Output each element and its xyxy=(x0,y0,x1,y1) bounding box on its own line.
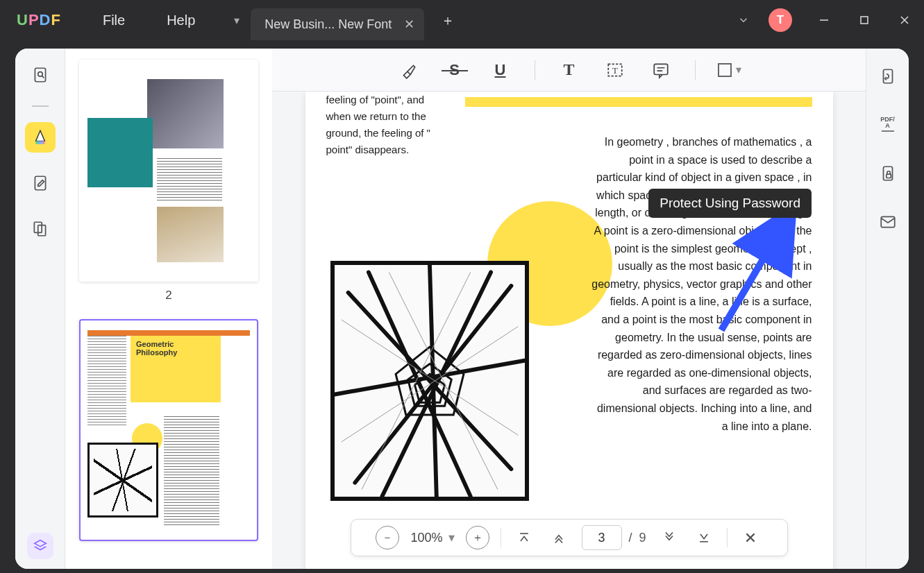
next-page-button[interactable] xyxy=(657,526,681,549)
share-button[interactable] xyxy=(873,207,903,237)
svg-rect-36 xyxy=(883,69,892,83)
separator xyxy=(501,528,501,547)
titlebar: UPDF File Help ▾ New Busin... New Font ✕… xyxy=(0,0,924,40)
right-rail: PDF/A xyxy=(866,49,909,569)
thumbnail-label: 2 xyxy=(79,289,258,302)
close-window-button[interactable] xyxy=(889,5,920,35)
tab-list-dropdown[interactable]: ▾ xyxy=(223,0,251,40)
svg-rect-4 xyxy=(35,68,45,82)
left-rail xyxy=(15,49,65,569)
page-tool[interactable] xyxy=(25,214,56,244)
layers-button[interactable] xyxy=(27,533,53,559)
svg-rect-7 xyxy=(35,141,44,144)
svg-line-6 xyxy=(42,76,44,78)
page-separator: / xyxy=(629,531,632,545)
new-tab-button[interactable]: ＋ xyxy=(434,11,462,30)
close-tab-button[interactable]: ✕ xyxy=(404,17,414,32)
first-page-button[interactable] xyxy=(512,526,536,549)
page-thumbnail-3[interactable]: Geometric Philosophy xyxy=(79,319,258,541)
strikethrough-icon[interactable]: S xyxy=(443,58,467,82)
svg-rect-40 xyxy=(881,216,895,227)
app-logo: UPDF xyxy=(17,11,61,29)
zoom-level[interactable]: 100%▾ xyxy=(410,530,454,545)
protect-tooltip: Protect Using Password xyxy=(648,189,812,218)
svg-marker-11 xyxy=(34,540,46,547)
edit-tool[interactable] xyxy=(25,168,56,198)
pdfa-button[interactable]: PDF/A xyxy=(873,110,903,140)
underline-icon[interactable]: U xyxy=(489,58,512,82)
comment-tool[interactable] xyxy=(25,122,56,153)
main-shell: 2 Geometric Philosophy S U T T xyxy=(15,49,909,569)
minimize-button[interactable] xyxy=(809,5,839,35)
close-pagebar-button[interactable] xyxy=(739,526,762,549)
annotation-toolbar: S U T T ▾ xyxy=(272,49,866,92)
separator xyxy=(727,528,728,547)
highlighter-icon[interactable] xyxy=(397,58,421,82)
divider xyxy=(32,105,49,107)
document-area: S U T T ▾ feeling of "point", and when w… xyxy=(272,49,866,569)
sticky-note-icon[interactable] xyxy=(649,58,673,82)
svg-line-26 xyxy=(341,320,517,435)
square-icon xyxy=(718,63,732,77)
document-tab[interactable]: New Busin... New Font ✕ xyxy=(251,8,424,40)
account-dropdown[interactable] xyxy=(728,5,759,35)
zoom-in-button[interactable]: ＋ xyxy=(466,526,489,549)
svg-line-35 xyxy=(721,219,787,330)
total-pages: 9 xyxy=(639,531,646,545)
left-paragraph: feeling of "point", and when we return t… xyxy=(326,92,451,158)
svg-rect-1 xyxy=(861,17,868,24)
shape-picker[interactable]: ▾ xyxy=(718,63,741,77)
svg-line-27 xyxy=(341,327,517,442)
annotation-arrow xyxy=(714,212,798,337)
maximize-button[interactable] xyxy=(849,5,880,35)
yellow-highlight-bar xyxy=(465,97,812,107)
current-page-input[interactable]: 3 xyxy=(582,525,622,550)
svg-rect-14 xyxy=(654,64,668,74)
separator xyxy=(535,60,535,80)
prev-page-button[interactable] xyxy=(547,526,571,549)
page-control-bar: － 100%▾ ＋ 3 / 9 xyxy=(351,519,788,556)
convert-button[interactable] xyxy=(873,61,903,92)
svg-text:T: T xyxy=(612,65,618,76)
geometric-image xyxy=(330,261,529,501)
separator xyxy=(695,60,696,80)
text-icon[interactable]: T xyxy=(557,58,581,82)
reader-tool[interactable] xyxy=(25,60,56,90)
menu-help[interactable]: Help xyxy=(167,12,195,28)
svg-rect-39 xyxy=(886,174,891,178)
tab-title: New Busin... New Font xyxy=(264,17,392,32)
last-page-button[interactable] xyxy=(692,526,716,549)
zoom-out-button[interactable]: － xyxy=(376,526,399,549)
user-avatar[interactable]: T xyxy=(768,8,792,32)
menu-file[interactable]: File xyxy=(103,12,125,28)
protect-button[interactable] xyxy=(873,158,903,189)
thumbnail-panel[interactable]: 2 Geometric Philosophy xyxy=(65,49,272,569)
textbox-icon[interactable]: T xyxy=(603,58,627,82)
page-thumbnail-2[interactable] xyxy=(79,60,258,282)
